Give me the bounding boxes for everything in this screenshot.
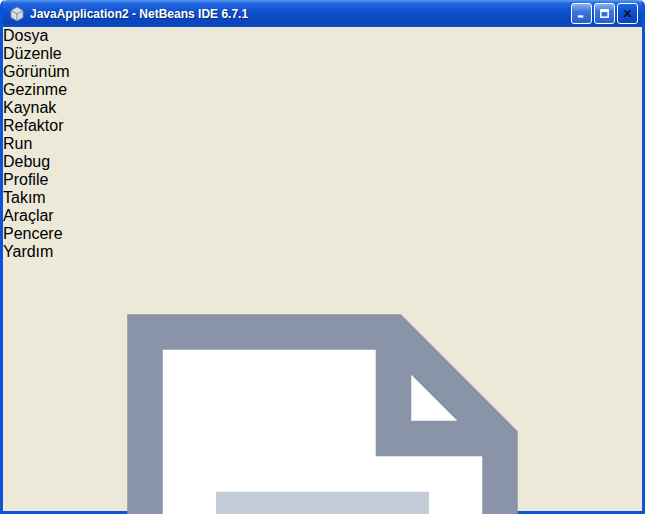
menu-item-6[interactable]: Run	[3, 135, 642, 153]
menu-item-10[interactable]: Araçlar	[3, 207, 642, 225]
menu-item-0[interactable]: Dosya	[3, 27, 642, 45]
netbeans-window: JavaApplication2 - NetBeans IDE 6.7.1 × …	[0, 0, 645, 514]
netbeans-logo-icon	[9, 6, 25, 22]
menu-item-3[interactable]: Gezinme	[3, 81, 642, 99]
menu-item-1[interactable]: Düzenle	[3, 45, 642, 63]
minimize-button[interactable]	[571, 3, 592, 24]
close-button[interactable]: ×	[617, 3, 638, 24]
menu-item-12[interactable]: Yardım	[3, 243, 642, 261]
menu-item-7[interactable]: Debug	[3, 153, 642, 171]
menu-bar: DosyaDüzenleGörünümGezinmeKaynakRefaktor…	[3, 27, 642, 261]
menu-item-9[interactable]: Takım	[3, 189, 642, 207]
menu-item-4[interactable]: Kaynak	[3, 99, 642, 117]
title-bar[interactable]: JavaApplication2 - NetBeans IDE 6.7.1 ×	[3, 0, 642, 27]
main-toolbar: ↶↷<default config>▾▾▾	[3, 261, 642, 514]
maximize-button[interactable]	[594, 3, 615, 24]
window-title: JavaApplication2 - NetBeans IDE 6.7.1	[30, 7, 566, 21]
menu-item-5[interactable]: Refaktor	[3, 117, 642, 135]
menu-item-11[interactable]: Pencere	[3, 225, 642, 243]
menu-item-2[interactable]: Görünüm	[3, 63, 642, 81]
menu-item-8[interactable]: Profile	[3, 171, 642, 189]
